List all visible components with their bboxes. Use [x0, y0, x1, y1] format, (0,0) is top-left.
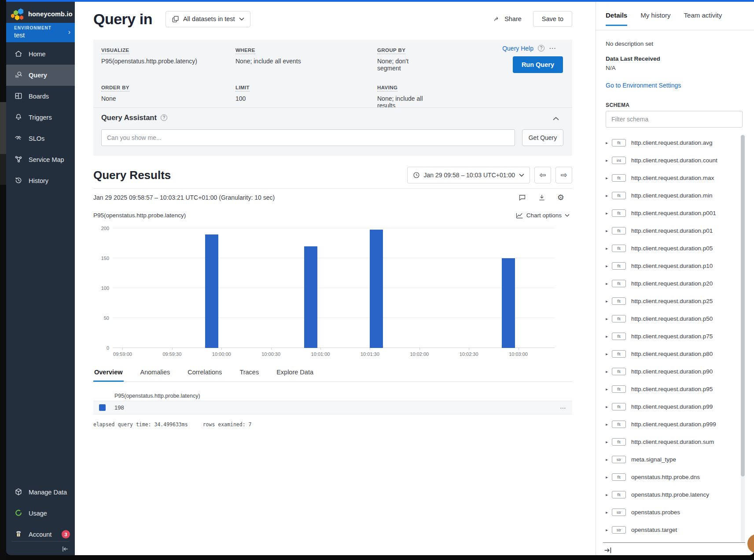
- expand-caret-icon[interactable]: ▸: [606, 369, 612, 374]
- chart-options-button[interactable]: Chart options: [516, 212, 572, 219]
- schema-field-row[interactable]: ▸fltopenstatus.http.probe.dns: [606, 468, 735, 486]
- bar-chart-plot[interactable]: 05010015020009:59:0009:59:3010:00:0010:0…: [113, 228, 555, 348]
- expand-caret-icon[interactable]: ▸: [606, 422, 612, 427]
- time-back-button[interactable]: ⇦: [534, 167, 551, 183]
- collapse-assistant-icon[interactable]: [553, 114, 559, 122]
- environment-settings-link[interactable]: Go to Environment Settings: [606, 82, 681, 89]
- scrollbar-thumb[interactable]: [741, 135, 745, 476]
- query-help-link[interactable]: Query Help: [502, 45, 533, 52]
- expand-caret-icon[interactable]: ▸: [606, 439, 612, 444]
- schema-field-row[interactable]: ▸flthttp.client.request.duration.max: [606, 169, 735, 187]
- schema-field-row[interactable]: ▸stropenstatus.target: [606, 521, 735, 538]
- schema-field-row[interactable]: ▸flthttp.client.request.duration.p75: [606, 327, 735, 345]
- builder-field-visualize[interactable]: VISUALIZEP95(openstatus.http.probe.laten…: [101, 46, 235, 72]
- sidebar-item-history[interactable]: History: [6, 170, 75, 191]
- tab-correlations[interactable]: Correlations: [187, 365, 223, 381]
- expand-caret-icon[interactable]: ▸: [606, 387, 612, 392]
- expand-caret-icon[interactable]: ▸: [606, 246, 612, 251]
- expand-caret-icon[interactable]: ▸: [606, 457, 612, 462]
- details-tab-team-activity[interactable]: Team activity: [684, 11, 722, 25]
- schema-field-row[interactable]: ▸flthttp.client.request.duration.sum: [606, 433, 735, 450]
- schema-field-row[interactable]: ▸stropenstatus.probes: [606, 503, 735, 521]
- expand-caret-icon[interactable]: ▸: [606, 158, 612, 163]
- help-circle-icon[interactable]: ?: [538, 45, 544, 51]
- expand-caret-icon[interactable]: ▸: [606, 404, 612, 409]
- expand-caret-icon[interactable]: ▸: [606, 299, 612, 304]
- dataset-selector[interactable]: All datasets in test: [166, 11, 250, 27]
- panel-bottom-divider: [603, 542, 745, 543]
- expand-caret-icon[interactable]: ▸: [606, 176, 612, 180]
- tab-explore-data[interactable]: Explore Data: [276, 365, 314, 381]
- sidebar-item-boards[interactable]: Boards: [6, 86, 75, 107]
- expand-caret-icon[interactable]: ▸: [606, 193, 612, 198]
- schema-field-row[interactable]: ▸inthttp.client.request.duration.count: [606, 151, 735, 169]
- row-overflow-menu-icon[interactable]: ⋯: [560, 404, 566, 411]
- sidebar-item-service-map[interactable]: Service Map: [6, 149, 75, 170]
- table-row[interactable]: 198 ⋯: [93, 401, 572, 414]
- help-circle-icon[interactable]: ?: [161, 114, 167, 121]
- sidebar-item-usage[interactable]: Usage: [6, 503, 75, 524]
- expand-caret-icon[interactable]: ▸: [606, 211, 612, 216]
- tab-traces[interactable]: Traces: [239, 365, 260, 381]
- builder-field-where[interactable]: WHERENone; include all events: [235, 46, 377, 72]
- schema-field-row[interactable]: ▸flthttp.client.request.duration.p80: [606, 345, 735, 362]
- schema-field-row[interactable]: ▸flthttp.client.request.duration.p001: [606, 204, 735, 222]
- sidebar-item-account[interactable]: Account3: [6, 524, 75, 545]
- schema-field-row[interactable]: ▸flthttp.client.request.duration.avg: [606, 134, 735, 151]
- sidebar-item-manage-data[interactable]: Manage Data: [6, 482, 75, 503]
- assistant-input[interactable]: [101, 129, 515, 146]
- schema-field-row[interactable]: ▸fltopenstatus.http.probe.latency: [606, 486, 735, 503]
- schema-field-row[interactable]: ▸flthttp.client.request.duration.min: [606, 187, 735, 204]
- schema-field-row[interactable]: ▸flthttp.client.request.duration.p50: [606, 310, 735, 327]
- tab-anomalies[interactable]: Anomalies: [140, 365, 171, 381]
- builder-field-limit[interactable]: LIMIT100: [235, 83, 377, 109]
- schema-field-row[interactable]: ▸flthttp.client.request.duration.p01: [606, 222, 735, 239]
- expand-caret-icon[interactable]: ▸: [606, 510, 612, 515]
- time-range-picker[interactable]: Jan 29 09:58 – 10:03 UTC+01:00: [407, 167, 530, 183]
- builder-field-having[interactable]: HAVINGNone; include all results: [377, 83, 427, 109]
- environment-switcher[interactable]: ENVIRONMENT test ›: [6, 23, 75, 42]
- schema-filter-input[interactable]: [606, 111, 743, 128]
- expand-caret-icon[interactable]: ▸: [606, 492, 612, 497]
- schema-scrollbar[interactable]: [741, 135, 745, 543]
- builder-field-group-by[interactable]: GROUP BYNone; don't segment: [377, 46, 427, 72]
- expand-caret-icon[interactable]: ▸: [606, 316, 612, 321]
- overflow-menu-icon[interactable]: ⋯: [549, 44, 556, 52]
- sidebar-item-slos[interactable]: SLOs: [6, 128, 75, 149]
- expand-caret-icon[interactable]: ▸: [606, 281, 612, 286]
- schema-field-row[interactable]: ▸flthttp.client.request.duration.p90: [606, 362, 735, 380]
- schema-field-row[interactable]: ▸flthttp.client.request.duration.p999: [606, 415, 735, 433]
- builder-field-order-by[interactable]: ORDER BYNone: [101, 83, 235, 109]
- collapse-sidebar-icon[interactable]: [61, 545, 70, 555]
- time-forward-button[interactable]: ⇨: [555, 167, 572, 183]
- schema-field-row[interactable]: ▸strmeta.signal_type: [606, 450, 735, 468]
- expand-caret-icon[interactable]: ▸: [606, 334, 612, 339]
- get-query-button[interactable]: Get Query: [522, 129, 563, 146]
- schema-field-row[interactable]: ▸flthttp.client.request.duration.p05: [606, 239, 735, 257]
- expand-caret-icon[interactable]: ▸: [606, 475, 612, 479]
- sidebar-item-query[interactable]: Query: [6, 65, 75, 86]
- schema-field-row[interactable]: ▸flthttp.client.request.duration.p95: [606, 380, 735, 398]
- tab-overview[interactable]: Overview: [93, 365, 124, 382]
- schema-field-row[interactable]: ▸flthttp.client.request.duration.p99: [606, 398, 735, 415]
- details-tab-my-history[interactable]: My history: [640, 11, 670, 25]
- honeycomb-logo[interactable]: honeycomb.io: [11, 6, 73, 22]
- expand-caret-icon[interactable]: ▸: [606, 228, 612, 233]
- expand-caret-icon[interactable]: ▸: [606, 351, 612, 356]
- expand-caret-icon[interactable]: ▸: [606, 140, 612, 145]
- sidebar-item-home[interactable]: Home: [6, 44, 75, 65]
- details-tab-details[interactable]: Details: [606, 11, 627, 26]
- expand-caret-icon[interactable]: ▸: [606, 264, 612, 268]
- schema-field-row[interactable]: ▸flthttp.client.request.duration.p20: [606, 275, 735, 292]
- gear-icon[interactable]: ⚙: [557, 194, 564, 201]
- sidebar-item-triggers[interactable]: Triggers: [6, 107, 75, 128]
- save-to-button[interactable]: Save to: [533, 11, 572, 27]
- comment-icon[interactable]: [518, 194, 526, 201]
- download-icon[interactable]: [538, 194, 546, 201]
- share-button[interactable]: Share: [493, 15, 522, 22]
- schema-field-row[interactable]: ▸flthttp.client.request.duration.p10: [606, 257, 735, 275]
- run-query-button[interactable]: Run Query: [513, 56, 563, 73]
- expand-caret-icon[interactable]: ▸: [606, 527, 612, 532]
- schema-field-row[interactable]: ▸flthttp.client.request.duration.p25: [606, 292, 735, 310]
- collapse-details-panel-icon[interactable]: [603, 545, 613, 557]
